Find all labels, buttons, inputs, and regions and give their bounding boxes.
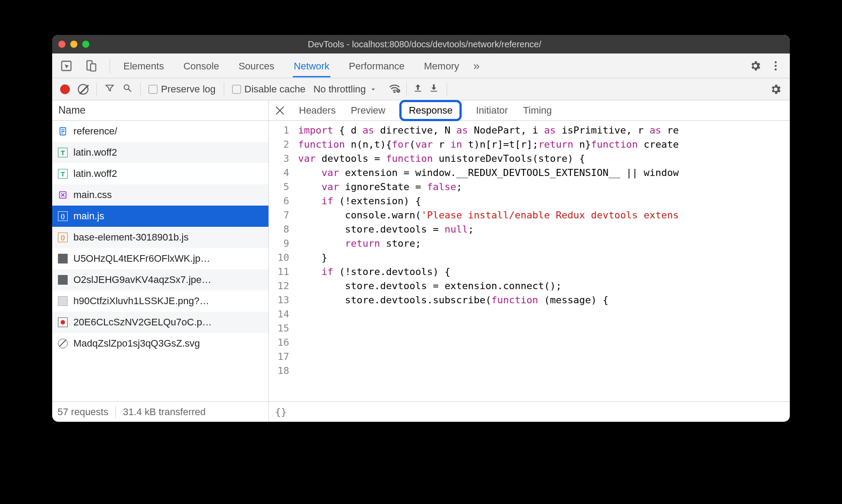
request-name: latin.woff2 — [73, 168, 117, 179]
font-icon: T — [57, 168, 68, 179]
css-icon — [57, 190, 68, 200]
rec-icon — [57, 317, 68, 328]
svg-point-5 — [775, 68, 777, 70]
line-gutter: 123456789101112131415161718 — [269, 121, 294, 401]
window-title: DevTools - localhost:8080/docs/devtools/… — [94, 39, 755, 50]
request-name: base-element-3018901b.js — [73, 232, 189, 243]
panel-tab-network[interactable]: Network — [293, 54, 330, 77]
network-main: Name reference/Tlatin.woff2Tlatin.woff2m… — [52, 100, 790, 422]
panel-tab-sources[interactable]: Sources — [237, 54, 275, 77]
font-icon: T — [57, 147, 68, 158]
search-icon[interactable] — [122, 83, 132, 95]
minimize-window-button[interactable] — [70, 41, 77, 48]
detail-tab-headers[interactable]: Headers — [298, 101, 337, 120]
request-name: reference/ — [73, 126, 117, 137]
request-row[interactable]: 20E6CLcSzNV2GELQu7oC.p… — [52, 312, 268, 333]
request-row[interactable]: ⟨⟩base-element-3018901b.js — [52, 227, 268, 248]
panel-tab-console[interactable]: Console — [183, 54, 220, 77]
network-settings-gear-icon[interactable] — [769, 83, 782, 95]
record-button[interactable] — [60, 84, 70, 94]
request-name: O2slJEHG9avKV4aqzSx7.jpe… — [73, 274, 211, 286]
detail-tab-preview[interactable]: Preview — [350, 101, 386, 120]
window-titlebar: DevTools - localhost:8080/docs/devtools/… — [52, 35, 790, 53]
request-row[interactable]: O2slJEHG9avKV4aqzSx7.jpe… — [52, 269, 268, 290]
request-name: latin.woff2 — [73, 147, 117, 158]
panel-tabs: ElementsConsoleSourcesNetworkPerformance… — [52, 53, 790, 78]
request-row[interactable]: reference/ — [52, 121, 268, 142]
img-icon — [57, 253, 68, 264]
request-row[interactable]: MadqZslZpo1sj3qQ3GsZ.svg — [52, 333, 268, 354]
request-name: main.js — [73, 210, 104, 222]
network-toolbar: Preserve log Disable cache No throttling — [52, 78, 790, 100]
svg-point-4 — [775, 65, 777, 67]
close-window-button[interactable] — [58, 41, 65, 48]
request-name: MadqZslZpo1sj3qQ3GsZ.svg — [73, 338, 200, 349]
svg-rect-2 — [91, 64, 96, 71]
throttling-dropdown[interactable]: No throttling — [314, 84, 378, 95]
column-header-name[interactable]: Name — [52, 100, 268, 121]
code-content: import { d as directive, N as NodePart, … — [294, 121, 790, 401]
svg-icon — [57, 338, 68, 349]
settings-gear-icon[interactable] — [749, 60, 762, 72]
disable-cache-checkbox[interactable]: Disable cache — [232, 84, 306, 95]
request-name: main.css — [73, 189, 112, 201]
request-name: U5OHzQL4tEKFr6OFlxWK.jp… — [73, 253, 210, 264]
close-details-icon[interactable] — [275, 106, 285, 115]
svg-point-3 — [775, 61, 777, 63]
clear-button[interactable] — [78, 84, 88, 95]
detail-tab-timing[interactable]: Timing — [522, 101, 553, 120]
svg-point-7 — [394, 92, 395, 93]
kebab-menu-icon[interactable] — [769, 60, 782, 72]
img-icon — [57, 275, 68, 285]
transferred-size: 31.4 kB transferred — [123, 406, 206, 418]
devtools-window: DevTools - localhost:8080/docs/devtools/… — [52, 35, 790, 422]
request-row[interactable]: Tlatin.woff2 — [52, 142, 268, 163]
requests-count: 57 requests — [57, 406, 108, 418]
detail-tabs: HeadersPreviewResponseInitiatorTiming — [269, 100, 790, 121]
response-footer: {} — [269, 401, 790, 422]
js2-icon: ⟨⟩ — [57, 232, 68, 243]
overflow-panels-button[interactable]: » — [472, 53, 480, 78]
upload-har-icon[interactable] — [413, 83, 423, 95]
request-name: 20E6CLcSzNV2GELQu7oC.p… — [73, 317, 212, 328]
maximize-window-button[interactable] — [82, 41, 89, 48]
panel-tab-memory[interactable]: Memory — [423, 54, 460, 77]
download-har-icon[interactable] — [429, 83, 439, 95]
request-row[interactable]: Tlatin.woff2 — [52, 163, 268, 184]
svg-point-6 — [124, 84, 129, 89]
request-row[interactable]: h90CtfziXluvh1LSSKJE.png?… — [52, 290, 268, 312]
request-row[interactable]: U5OHzQL4tEKFr6OFlxWK.jp… — [52, 248, 268, 269]
detail-tab-initiator[interactable]: Initiator — [475, 101, 509, 120]
request-row[interactable]: ⟨⟩main.js — [52, 206, 268, 227]
network-conditions-icon[interactable] — [389, 83, 400, 95]
request-details: HeadersPreviewResponseInitiatorTiming 12… — [269, 100, 790, 422]
device-toolbar-icon[interactable] — [85, 60, 97, 72]
preserve-log-checkbox[interactable]: Preserve log — [149, 84, 216, 95]
request-list: Name reference/Tlatin.woff2Tlatin.woff2m… — [52, 100, 269, 422]
img2-icon — [57, 296, 68, 306]
detail-tab-response[interactable]: Response — [399, 100, 462, 121]
inspect-element-icon[interactable] — [60, 60, 73, 72]
request-name: h90CtfziXluvh1LSSKJE.png?… — [73, 295, 209, 307]
traffic-lights — [58, 41, 89, 48]
request-row[interactable]: main.css — [52, 184, 268, 206]
network-statusbar: 57 requests 31.4 kB transferred — [52, 401, 268, 422]
panel-tab-performance[interactable]: Performance — [348, 54, 406, 77]
panel-tab-elements[interactable]: Elements — [122, 54, 165, 77]
chevron-down-icon — [369, 85, 377, 93]
js-icon: ⟨⟩ — [57, 211, 68, 221]
response-body[interactable]: 123456789101112131415161718 import { d a… — [269, 121, 790, 401]
filter-icon[interactable] — [105, 83, 115, 95]
doc-icon — [57, 126, 68, 137]
